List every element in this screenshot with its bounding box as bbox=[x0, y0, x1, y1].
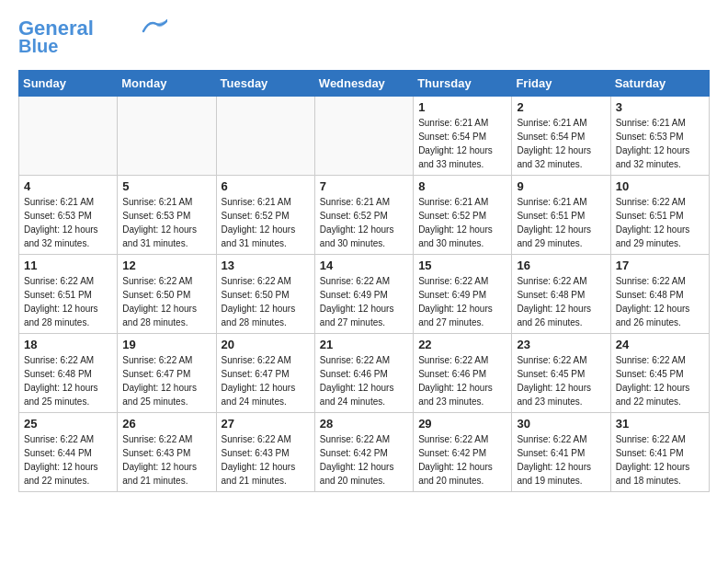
calendar-cell: 14Sunrise: 6:22 AM Sunset: 6:49 PM Dayli… bbox=[314, 255, 413, 334]
day-number: 11 bbox=[24, 259, 112, 272]
calendar-cell: 4Sunrise: 6:21 AM Sunset: 6:53 PM Daylig… bbox=[19, 176, 118, 255]
day-info: Sunrise: 6:22 AM Sunset: 6:45 PM Dayligh… bbox=[517, 353, 605, 408]
day-info: Sunrise: 6:22 AM Sunset: 6:41 PM Dayligh… bbox=[616, 432, 704, 488]
logo-blue-text: Blue bbox=[18, 37, 58, 55]
day-info: Sunrise: 6:22 AM Sunset: 6:47 PM Dayligh… bbox=[222, 353, 310, 408]
calendar-cell: 22Sunrise: 6:22 AM Sunset: 6:46 PM Dayli… bbox=[414, 334, 512, 413]
calendar-cell: 11Sunrise: 6:22 AM Sunset: 6:51 PM Dayli… bbox=[19, 255, 118, 334]
calendar-table: SundayMondayTuesdayWednesdayThursdayFrid… bbox=[18, 70, 710, 492]
day-info: Sunrise: 6:22 AM Sunset: 6:46 PM Dayligh… bbox=[320, 353, 408, 408]
day-info: Sunrise: 6:22 AM Sunset: 6:49 PM Dayligh… bbox=[418, 274, 506, 329]
day-number: 17 bbox=[616, 259, 704, 272]
logo-bird-icon bbox=[142, 18, 167, 35]
calendar-cell: 5Sunrise: 6:21 AM Sunset: 6:53 PM Daylig… bbox=[118, 176, 216, 255]
calendar-cell: 23Sunrise: 6:22 AM Sunset: 6:45 PM Dayli… bbox=[512, 334, 610, 413]
weekday-header-tuesday: Tuesday bbox=[216, 71, 314, 97]
day-info: Sunrise: 6:22 AM Sunset: 6:50 PM Dayligh… bbox=[122, 274, 210, 329]
day-number: 2 bbox=[517, 100, 605, 114]
weekday-header-wednesday: Wednesday bbox=[314, 71, 413, 97]
day-info: Sunrise: 6:22 AM Sunset: 6:46 PM Dayligh… bbox=[418, 353, 506, 408]
calendar-cell: 24Sunrise: 6:22 AM Sunset: 6:45 PM Dayli… bbox=[610, 334, 709, 413]
weekday-header-saturday: Saturday bbox=[610, 71, 709, 97]
day-number: 21 bbox=[320, 338, 408, 351]
day-number: 22 bbox=[418, 338, 506, 351]
calendar-cell: 29Sunrise: 6:22 AM Sunset: 6:42 PM Dayli… bbox=[414, 413, 512, 492]
calendar-cell: 21Sunrise: 6:22 AM Sunset: 6:46 PM Dayli… bbox=[314, 334, 413, 413]
day-info: Sunrise: 6:21 AM Sunset: 6:51 PM Dayligh… bbox=[517, 195, 605, 250]
day-info: Sunrise: 6:22 AM Sunset: 6:49 PM Dayligh… bbox=[320, 274, 408, 329]
day-number: 24 bbox=[616, 338, 704, 351]
day-number: 23 bbox=[517, 338, 605, 351]
day-number: 25 bbox=[24, 417, 112, 431]
calendar-cell bbox=[314, 97, 413, 176]
day-number: 30 bbox=[517, 417, 605, 431]
calendar-cell: 26Sunrise: 6:22 AM Sunset: 6:43 PM Dayli… bbox=[118, 413, 216, 492]
calendar-cell: 6Sunrise: 6:21 AM Sunset: 6:52 PM Daylig… bbox=[216, 176, 314, 255]
day-info: Sunrise: 6:22 AM Sunset: 6:42 PM Dayligh… bbox=[418, 432, 506, 488]
day-number: 28 bbox=[320, 417, 408, 431]
day-number: 3 bbox=[616, 100, 704, 114]
calendar-cell: 13Sunrise: 6:22 AM Sunset: 6:50 PM Dayli… bbox=[216, 255, 314, 334]
day-number: 27 bbox=[222, 417, 310, 431]
day-number: 18 bbox=[24, 338, 112, 351]
day-number: 9 bbox=[517, 179, 605, 193]
calendar-cell: 1Sunrise: 6:21 AM Sunset: 6:54 PM Daylig… bbox=[414, 97, 512, 176]
day-info: Sunrise: 6:21 AM Sunset: 6:53 PM Dayligh… bbox=[122, 195, 210, 250]
day-number: 16 bbox=[517, 259, 605, 272]
calendar-week-row: 1Sunrise: 6:21 AM Sunset: 6:54 PM Daylig… bbox=[19, 97, 710, 176]
day-number: 20 bbox=[222, 338, 310, 351]
calendar-cell: 28Sunrise: 6:22 AM Sunset: 6:42 PM Dayli… bbox=[314, 413, 413, 492]
calendar-week-row: 11Sunrise: 6:22 AM Sunset: 6:51 PM Dayli… bbox=[19, 255, 710, 334]
day-number: 29 bbox=[418, 417, 506, 431]
day-number: 15 bbox=[418, 259, 506, 272]
day-info: Sunrise: 6:22 AM Sunset: 6:43 PM Dayligh… bbox=[222, 432, 310, 488]
calendar-cell: 15Sunrise: 6:22 AM Sunset: 6:49 PM Dayli… bbox=[414, 255, 512, 334]
day-info: Sunrise: 6:21 AM Sunset: 6:54 PM Dayligh… bbox=[418, 116, 506, 171]
weekday-header-thursday: Thursday bbox=[414, 71, 512, 97]
day-info: Sunrise: 6:21 AM Sunset: 6:52 PM Dayligh… bbox=[222, 195, 310, 250]
calendar-cell: 19Sunrise: 6:22 AM Sunset: 6:47 PM Dayli… bbox=[118, 334, 216, 413]
weekday-header-friday: Friday bbox=[512, 71, 610, 97]
day-info: Sunrise: 6:22 AM Sunset: 6:50 PM Dayligh… bbox=[222, 274, 310, 329]
day-info: Sunrise: 6:21 AM Sunset: 6:53 PM Dayligh… bbox=[616, 116, 704, 171]
calendar-cell: 12Sunrise: 6:22 AM Sunset: 6:50 PM Dayli… bbox=[118, 255, 216, 334]
calendar-week-row: 18Sunrise: 6:22 AM Sunset: 6:48 PM Dayli… bbox=[19, 334, 710, 413]
calendar-cell: 27Sunrise: 6:22 AM Sunset: 6:43 PM Dayli… bbox=[216, 413, 314, 492]
weekday-header-monday: Monday bbox=[118, 71, 216, 97]
day-info: Sunrise: 6:22 AM Sunset: 6:43 PM Dayligh… bbox=[122, 432, 210, 488]
day-number: 1 bbox=[418, 100, 506, 114]
calendar-cell: 20Sunrise: 6:22 AM Sunset: 6:47 PM Dayli… bbox=[216, 334, 314, 413]
day-info: Sunrise: 6:22 AM Sunset: 6:41 PM Dayligh… bbox=[517, 432, 605, 488]
logo: General Blue bbox=[18, 18, 167, 55]
day-info: Sunrise: 6:22 AM Sunset: 6:51 PM Dayligh… bbox=[616, 195, 704, 250]
day-info: Sunrise: 6:22 AM Sunset: 6:51 PM Dayligh… bbox=[24, 274, 112, 329]
day-number: 31 bbox=[616, 417, 704, 431]
day-number: 19 bbox=[122, 338, 210, 351]
day-info: Sunrise: 6:21 AM Sunset: 6:54 PM Dayligh… bbox=[517, 116, 605, 171]
day-info: Sunrise: 6:21 AM Sunset: 6:52 PM Dayligh… bbox=[418, 195, 506, 250]
calendar-week-row: 4Sunrise: 6:21 AM Sunset: 6:53 PM Daylig… bbox=[19, 176, 710, 255]
calendar-cell: 10Sunrise: 6:22 AM Sunset: 6:51 PM Dayli… bbox=[610, 176, 709, 255]
day-info: Sunrise: 6:21 AM Sunset: 6:53 PM Dayligh… bbox=[24, 195, 112, 250]
calendar-cell: 31Sunrise: 6:22 AM Sunset: 6:41 PM Dayli… bbox=[610, 413, 709, 492]
day-number: 10 bbox=[616, 179, 704, 193]
day-number: 4 bbox=[24, 179, 112, 193]
calendar-cell: 25Sunrise: 6:22 AM Sunset: 6:44 PM Dayli… bbox=[19, 413, 118, 492]
weekday-header-row: SundayMondayTuesdayWednesdayThursdayFrid… bbox=[19, 71, 710, 97]
calendar-cell bbox=[19, 97, 118, 176]
calendar-cell: 7Sunrise: 6:21 AM Sunset: 6:52 PM Daylig… bbox=[314, 176, 413, 255]
calendar-cell: 17Sunrise: 6:22 AM Sunset: 6:48 PM Dayli… bbox=[610, 255, 709, 334]
day-info: Sunrise: 6:22 AM Sunset: 6:44 PM Dayligh… bbox=[24, 432, 112, 488]
day-number: 8 bbox=[418, 179, 506, 193]
calendar-cell: 8Sunrise: 6:21 AM Sunset: 6:52 PM Daylig… bbox=[414, 176, 512, 255]
day-info: Sunrise: 6:22 AM Sunset: 6:48 PM Dayligh… bbox=[24, 353, 112, 408]
calendar-cell: 16Sunrise: 6:22 AM Sunset: 6:48 PM Dayli… bbox=[512, 255, 610, 334]
calendar-cell: 9Sunrise: 6:21 AM Sunset: 6:51 PM Daylig… bbox=[512, 176, 610, 255]
day-number: 13 bbox=[222, 259, 310, 272]
day-info: Sunrise: 6:22 AM Sunset: 6:42 PM Dayligh… bbox=[320, 432, 408, 488]
day-info: Sunrise: 6:21 AM Sunset: 6:52 PM Dayligh… bbox=[320, 195, 408, 250]
calendar-cell: 2Sunrise: 6:21 AM Sunset: 6:54 PM Daylig… bbox=[512, 97, 610, 176]
day-number: 26 bbox=[122, 417, 210, 431]
calendar-week-row: 25Sunrise: 6:22 AM Sunset: 6:44 PM Dayli… bbox=[19, 413, 710, 492]
day-info: Sunrise: 6:22 AM Sunset: 6:45 PM Dayligh… bbox=[616, 353, 704, 408]
